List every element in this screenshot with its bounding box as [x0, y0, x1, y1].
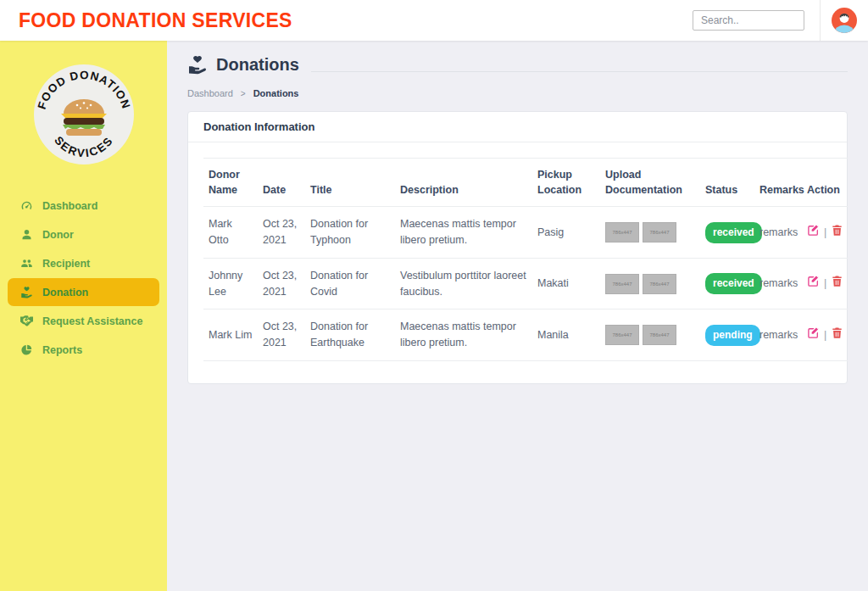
sidebar-item-label: Request Assistance: [42, 315, 142, 327]
edit-icon: [807, 275, 820, 287]
doc-thumbnail[interactable]: 786x447: [605, 222, 639, 243]
edit-icon: [807, 326, 820, 339]
cell-donor-name: Mark Lim: [203, 309, 258, 361]
cell-upload-documentation: 786x447786x447: [600, 309, 700, 361]
table-row: Mark Otto Oct 23, 2021 Donation for Typh…: [203, 207, 848, 259]
cell-action: |: [802, 258, 848, 309]
cell-action: |: [802, 207, 848, 259]
status-badge: received: [705, 273, 762, 294]
cell-remarks: remarks: [754, 258, 802, 309]
search-input[interactable]: [693, 10, 804, 31]
doc-thumbnail[interactable]: 786x447: [643, 325, 676, 345]
table-row: Johnny Lee Oct 23, 2021 Donation for Cov…: [203, 258, 848, 309]
sidebar-item-label: Dashboard: [42, 200, 97, 212]
sidebar-item-label: Donor: [42, 229, 74, 241]
sidebar-item-reports[interactable]: Reports: [8, 336, 159, 364]
top-header: FOOD DONATION SERVICES: [0, 0, 868, 41]
col-donor-name: Donor Name: [203, 159, 258, 207]
sidebar-item-dashboard[interactable]: Dashboard: [8, 192, 159, 220]
col-description: Description: [395, 159, 532, 207]
breadcrumb: Dashboard > Donations: [187, 88, 848, 98]
delete-button[interactable]: [831, 275, 843, 293]
cell-description: Maecenas mattis tempor libero pretium.: [395, 207, 532, 259]
table-header-row: Donor Name Date Title Description Pickup…: [203, 159, 848, 207]
brand-title: FOOD DONATION SERVICES: [19, 9, 292, 32]
col-status: Status: [700, 159, 754, 207]
sidebar-item-donor[interactable]: Donor: [8, 220, 159, 248]
user-icon: [20, 228, 33, 241]
cell-remarks: remarks: [754, 309, 802, 361]
cell-pickup-location: Manila: [532, 309, 600, 361]
title-divider: [311, 71, 848, 72]
cell-pickup-location: Pasig: [532, 207, 600, 259]
main-content: Donations Dashboard > Donations Donation…: [167, 41, 868, 591]
sidebar-menu: Dashboard Donor Recipient Donation Reque…: [0, 192, 167, 364]
status-badge: pending: [705, 325, 760, 346]
cell-remarks: remarks: [754, 207, 802, 259]
sidebar-item-label: Recipient: [42, 258, 90, 270]
breadcrumb-dashboard[interactable]: Dashboard: [187, 88, 233, 98]
cell-pickup-location: Makati: [532, 258, 600, 309]
cell-title: Donation for Earthquake: [305, 309, 395, 361]
avatar-icon: [832, 8, 857, 33]
donation-info-card: Donation Information Donor Name Date Tit…: [187, 111, 848, 384]
users-icon: [20, 257, 33, 270]
edit-icon: [807, 224, 820, 237]
cell-title: Donation for Covid: [305, 258, 395, 309]
chevron-right-icon: >: [241, 89, 246, 98]
cell-date: Oct 23, 2021: [258, 309, 305, 361]
col-upload-documentation: Upload Documentation: [600, 159, 700, 207]
doc-thumbnail[interactable]: 786x447: [605, 274, 639, 294]
hand-heart-icon: [20, 286, 33, 298]
doc-thumbnail[interactable]: 786x447: [605, 325, 639, 345]
cell-upload-documentation: 786x447786x447: [600, 258, 700, 309]
delete-button[interactable]: [831, 224, 843, 242]
doc-thumbnail[interactable]: 786x447: [643, 274, 676, 294]
card-title: Donation Information: [188, 112, 847, 142]
cell-status: received: [700, 207, 754, 259]
doc-thumbnail[interactable]: 786x447: [643, 222, 676, 243]
cell-description: Vestibulum porttitor laoreet faucibus.: [395, 258, 532, 309]
edit-button[interactable]: [807, 224, 820, 242]
sidebar: FOOD DONATION SERVICES Dashboard: [0, 41, 167, 591]
cell-date: Oct 23, 2021: [258, 258, 305, 309]
cell-donor-name: Johnny Lee: [203, 258, 258, 309]
cell-date: Oct 23, 2021: [258, 207, 305, 259]
table-row: Mark Lim Oct 23, 2021 Donation for Earth…: [203, 309, 848, 361]
cell-donor-name: Mark Otto: [203, 207, 258, 259]
sidebar-item-request-assistance[interactable]: Request Assistance: [8, 307, 159, 335]
sidebar-item-label: Donation: [42, 287, 88, 298]
col-pickup-location: Pickup Location: [532, 159, 600, 207]
action-separator: |: [824, 226, 826, 238]
breadcrumb-current: Donations: [253, 88, 299, 98]
donations-table: Donor Name Date Title Description Pickup…: [203, 158, 848, 361]
app-logo: FOOD DONATION SERVICES: [32, 63, 136, 166]
col-remarks: Remarks: [754, 159, 802, 207]
cell-upload-documentation: 786x447786x447: [600, 207, 700, 259]
page-title: Donations: [187, 54, 299, 75]
cell-status: pending: [700, 309, 754, 361]
cell-status: received: [700, 258, 754, 309]
edit-button[interactable]: [807, 275, 820, 293]
hand-heart-icon: [187, 54, 208, 75]
sidebar-item-recipient[interactable]: Recipient: [8, 249, 159, 277]
user-avatar[interactable]: [821, 8, 868, 33]
gauge-icon: [20, 199, 33, 212]
status-badge: received: [705, 222, 762, 243]
col-date: Date: [258, 159, 305, 207]
edit-button[interactable]: [807, 326, 820, 344]
chart-pie-icon: [20, 343, 33, 356]
trash-icon: [831, 275, 843, 287]
cell-title: Donation for Typhoon: [305, 207, 395, 259]
col-action: Action: [802, 159, 848, 207]
trash-icon: [831, 224, 843, 237]
sidebar-item-label: Reports: [42, 344, 82, 356]
action-separator: |: [824, 277, 826, 289]
cell-description: Maecenas mattis tempor libero pretium.: [395, 309, 532, 361]
handshake-icon: [20, 315, 33, 327]
delete-button[interactable]: [831, 326, 843, 344]
trash-icon: [831, 326, 843, 339]
action-separator: |: [824, 329, 826, 341]
sidebar-item-donation[interactable]: Donation: [8, 278, 159, 306]
col-title: Title: [305, 159, 395, 207]
